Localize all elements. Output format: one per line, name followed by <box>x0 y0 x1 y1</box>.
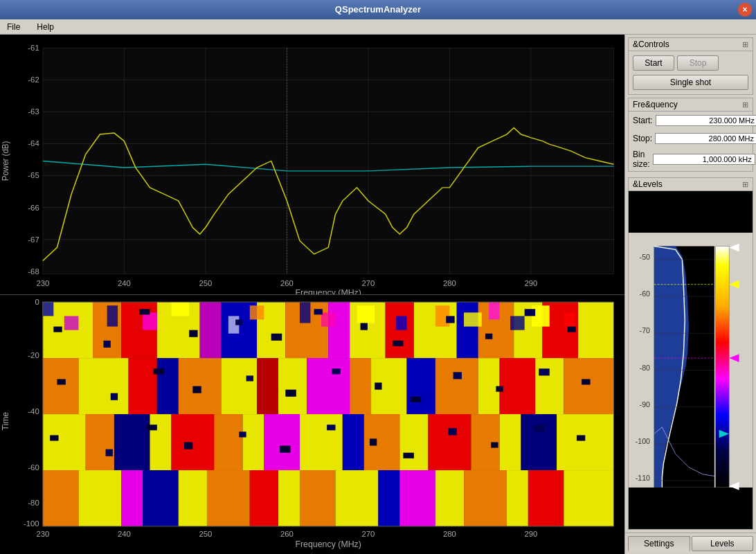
svg-rect-150 <box>378 470 399 526</box>
start-freq-input[interactable] <box>656 115 756 126</box>
svg-rect-107 <box>78 358 128 414</box>
svg-rect-194 <box>534 425 544 431</box>
svg-rect-89 <box>43 302 53 316</box>
svg-rect-129 <box>242 414 264 470</box>
svg-rect-113 <box>278 358 307 414</box>
stop-button[interactable]: Stop <box>677 55 719 71</box>
svg-rect-126 <box>150 414 171 470</box>
svg-rect-174 <box>246 375 253 381</box>
levels-pin-icon: ⊞ <box>742 180 748 189</box>
svg-rect-155 <box>528 470 564 526</box>
stop-freq-row: Stop: ▲ ▼ <box>629 129 753 148</box>
svg-rect-111 <box>222 358 258 414</box>
svg-text:290: 290 <box>525 530 538 538</box>
svg-text:-80: -80 <box>28 498 39 506</box>
svg-text:-63: -63 <box>28 108 39 116</box>
svg-text:-68: -68 <box>28 267 39 276</box>
svg-rect-184 <box>106 449 113 456</box>
levels-tab[interactable]: Levels <box>692 536 754 551</box>
svg-rect-105 <box>564 312 574 326</box>
svg-rect-91 <box>107 305 118 326</box>
single-shot-button[interactable]: Single shot <box>633 75 748 90</box>
svg-rect-130 <box>264 414 300 470</box>
frequency-header: Fre&quency ⊞ <box>629 98 753 111</box>
svg-rect-159 <box>139 309 150 314</box>
svg-text:-110: -110 <box>636 474 650 482</box>
levels-header: &Levels ⊞ <box>629 178 753 191</box>
start-freq-row: Start: ▲ ▼ <box>629 111 753 129</box>
svg-text:-70: -70 <box>640 326 650 334</box>
svg-rect-142 <box>121 470 143 526</box>
svg-rect-140 <box>43 470 79 526</box>
svg-rect-178 <box>411 396 421 402</box>
svg-rect-186 <box>184 442 192 449</box>
svg-rect-101 <box>464 312 482 326</box>
spectrum-chart-area[interactable]: f=260.915 MHz, P=-60.382 dB <box>0 35 624 295</box>
right-panel: &Controls ⊞ Start Stop Single shot Fre&q… <box>624 35 756 554</box>
stop-freq-input[interactable] <box>655 133 756 144</box>
svg-rect-110 <box>179 358 222 414</box>
svg-rect-88 <box>578 302 614 358</box>
svg-rect-169 <box>568 326 576 332</box>
stop-freq-label: Stop: <box>633 134 652 143</box>
svg-rect-157 <box>53 326 62 332</box>
svg-text:-90: -90 <box>640 400 650 409</box>
svg-text:270: 270 <box>361 530 375 538</box>
svg-text:-62: -62 <box>28 75 39 84</box>
svg-rect-195 <box>577 435 585 440</box>
svg-rect-96 <box>300 302 310 323</box>
svg-rect-114 <box>307 358 350 414</box>
svg-rect-76 <box>200 302 222 358</box>
svg-text:280: 280 <box>443 279 456 287</box>
svg-text:-65: -65 <box>28 172 39 180</box>
svg-rect-153 <box>464 470 507 526</box>
start-freq-label: Start: <box>633 116 653 125</box>
levels-title: &Levels <box>633 179 663 189</box>
svg-rect-172 <box>154 368 164 374</box>
svg-rect-183 <box>50 435 58 440</box>
close-button[interactable]: × <box>738 3 752 17</box>
svg-rect-154 <box>507 470 528 526</box>
svg-rect-175 <box>285 389 296 396</box>
svg-text:250: 250 <box>199 530 212 538</box>
help-menu[interactable]: Help <box>33 21 58 33</box>
svg-rect-125 <box>114 414 150 470</box>
svg-rect-170 <box>57 379 65 384</box>
settings-tab[interactable]: Settings <box>628 536 690 551</box>
waterfall-chart-area[interactable]: 0 -20 -40 -60 -80 -100 230 240 250 260 2… <box>0 295 624 555</box>
svg-text:Frequency (MHz): Frequency (MHz) <box>295 539 361 549</box>
app-title: QSpectrumAnalyzer <box>335 4 421 15</box>
svg-text:0: 0 <box>35 298 39 306</box>
svg-text:-67: -67 <box>28 235 39 244</box>
frequency-title: Fre&quency <box>633 100 678 109</box>
file-menu[interactable]: File <box>3 21 24 33</box>
svg-rect-128 <box>214 414 242 470</box>
svg-rect-190 <box>370 438 377 445</box>
svg-rect-92 <box>143 312 157 330</box>
svg-text:270: 270 <box>361 279 375 287</box>
svg-rect-102 <box>489 302 499 319</box>
svg-rect-108 <box>129 358 157 414</box>
svg-rect-147 <box>278 470 300 526</box>
svg-rect-103 <box>510 316 525 330</box>
svg-rect-135 <box>429 414 471 470</box>
svg-rect-180 <box>496 386 503 391</box>
controls-title: &Controls <box>633 39 669 49</box>
controls-section: &Controls ⊞ Start Stop Single shot <box>628 37 753 95</box>
spectrum-svg: -61 -62 -63 -64 -65 -66 -67 -68 230 240 … <box>0 35 624 294</box>
svg-text:250: 250 <box>199 279 212 287</box>
svg-rect-168 <box>525 309 535 316</box>
bottom-tabs: Settings Levels <box>625 533 756 554</box>
svg-rect-189 <box>327 425 335 430</box>
svg-text:-64: -64 <box>28 140 39 148</box>
svg-rect-158 <box>103 340 110 347</box>
svg-rect-90 <box>64 316 79 330</box>
start-button[interactable]: Start <box>633 55 674 71</box>
svg-text:260: 260 <box>280 279 294 287</box>
svg-text:-100: -100 <box>636 437 650 445</box>
svg-rect-166 <box>446 316 454 323</box>
svg-rect-193 <box>491 442 498 447</box>
controls-buttons: Start Stop <box>629 51 753 75</box>
svg-rect-167 <box>485 333 492 339</box>
binsize-input[interactable] <box>653 154 755 165</box>
